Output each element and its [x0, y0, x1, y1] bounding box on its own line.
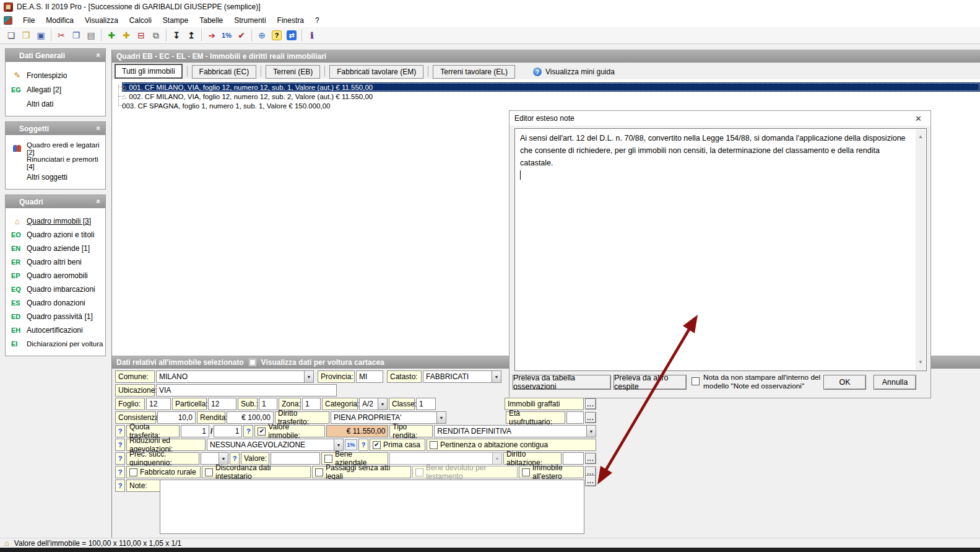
scroll-down-icon[interactable]: ▼	[916, 356, 926, 369]
annulla-button[interactable]: Annulla	[874, 375, 916, 390]
valore-field[interactable]	[271, 452, 320, 465]
panel-header-quadri[interactable]: Quadri «	[6, 195, 105, 208]
tab-tutti-gli-immobili[interactable]: Tutti gli immobili	[115, 64, 183, 79]
tab-fabbricati-tavolare-em[interactable]: Fabbricati tavolare (EM)	[329, 65, 423, 79]
export-pdf-icon[interactable]: ➔	[204, 28, 219, 42]
prec-succ-select[interactable]: ▼	[201, 452, 228, 465]
help-bubble-button[interactable]: ?	[115, 480, 125, 492]
voltura-cartacea-checkbox[interactable]	[249, 359, 256, 366]
help-bubble-button[interactable]: ?	[230, 452, 240, 465]
tab-terreni-tavolare-el[interactable]: Terreni tavolare (EL)	[433, 65, 515, 79]
help-bubble-button[interactable]: ?	[358, 439, 368, 451]
help-bubble-button[interactable]: ?	[115, 452, 125, 465]
immobile-estero-checkbox[interactable]	[522, 468, 530, 476]
sidebar-item-autocertificazioni[interactable]: EH Autocertificazioni	[6, 323, 105, 337]
sidebar-item-quadro-donazioni[interactable]: ES Quadro donazioni	[6, 296, 105, 310]
menu-strumenti[interactable]: Strumenti	[228, 15, 271, 26]
help-bubble-button[interactable]: ?	[115, 425, 125, 437]
diritto-abitazione-ellipsis-button[interactable]: ...	[585, 453, 596, 464]
percent-calc-icon[interactable]: 1%	[345, 439, 357, 450]
chevron-down-icon[interactable]: ▼	[219, 452, 228, 465]
help-icon[interactable]: ?	[269, 28, 284, 42]
nota-non-stampare-checkbox[interactable]	[692, 377, 700, 385]
tab-fabbricati-ec[interactable]: Fabbricati (EC)	[192, 65, 257, 79]
panel-header-dati-generali[interactable]: Dati Generali «	[6, 49, 105, 62]
panel-header-soggetti[interactable]: Soggetti «	[6, 122, 105, 135]
chevron-down-icon[interactable]: ▼	[334, 439, 344, 451]
menu-help[interactable]: ?	[310, 15, 325, 26]
mini-guida-link[interactable]: ? Visualizza mini guida	[533, 68, 615, 76]
passaggi-checkbox[interactable]	[315, 468, 323, 476]
valore-immobile-checkbox[interactable]	[258, 427, 266, 436]
help-bubble-button[interactable]: ?	[243, 425, 253, 437]
collapse-chevron-icon[interactable]: «	[95, 199, 103, 204]
bene-aziendale-checkbox[interactable]	[324, 455, 332, 463]
web-globe-icon[interactable]: ⊕	[254, 28, 269, 42]
immobili-graffati-ellipsis-button[interactable]: ...	[585, 398, 596, 410]
zona-field[interactable]: 1	[302, 398, 321, 410]
sidebar-item-altri-soggetti[interactable]: Altri soggetti	[6, 170, 105, 184]
pertinenza-checkbox[interactable]	[430, 441, 438, 449]
cut-icon[interactable]: ✂	[54, 28, 69, 42]
note-editor-textarea[interactable]: Ai sensi dell'art. 12 del D.L. n. 70/88,…	[514, 128, 927, 371]
copy-pages-icon[interactable]: ⧉	[149, 28, 163, 42]
chevron-down-icon[interactable]: ▼	[378, 398, 388, 410]
paste-icon[interactable]: ▤	[84, 28, 98, 42]
collapse-chevron-icon[interactable]: «	[95, 126, 103, 131]
sidebar-item-rinunciatari[interactable]: Rinunciatari e premorti [4]	[6, 156, 105, 170]
catasto-select[interactable]: FABBRICATI ▼	[423, 370, 501, 383]
add-item-yellow-icon[interactable]: ✚	[119, 28, 134, 42]
remote-support-icon[interactable]: ⇄	[284, 28, 299, 42]
menu-stampe[interactable]: Stampe	[157, 15, 194, 26]
sidebar-item-quadro-imbarcazioni[interactable]: EQ Quadro imbarcazioni	[6, 283, 105, 296]
scroll-up-icon[interactable]: ▲	[916, 131, 926, 143]
chevron-down-icon[interactable]: ▼	[436, 411, 446, 424]
menu-modifica[interactable]: Modifica	[40, 15, 79, 26]
chevron-down-icon[interactable]: ▼	[304, 370, 314, 383]
list-item-immobile-002[interactable]: ⌂ 002. CF MILANO, VIA, foglio 12, numero…	[122, 92, 980, 101]
diritto-trasferito-select[interactable]: PIENA PROPRIETA' ▼	[331, 411, 446, 424]
verify-check-icon[interactable]: ✔	[234, 28, 249, 42]
categoria-select[interactable]: A/2 ▼	[359, 398, 388, 410]
save-icon[interactable]: ▣	[33, 28, 48, 42]
close-icon[interactable]: ✕	[911, 114, 926, 123]
chevron-down-icon[interactable]: ▼	[492, 370, 501, 383]
remove-item-icon[interactable]: ⊟	[134, 28, 149, 42]
foglio-field[interactable]: 12	[146, 398, 171, 410]
quota-denominatore-field[interactable]: 1	[214, 425, 242, 437]
chevron-down-icon[interactable]: ▼	[586, 425, 596, 437]
fabbricato-rurale-checkbox[interactable]	[129, 468, 137, 476]
diritto-abitazione-field[interactable]	[563, 452, 584, 465]
menu-calcoli[interactable]: Calcoli	[124, 15, 157, 26]
riduzioni-select[interactable]: NESSUNA AGEVOLAZIONE ▼	[207, 439, 344, 451]
sidebar-item-altri-dati[interactable]: Altri dati	[6, 97, 105, 111]
rendita-field[interactable]: € 100,00	[227, 411, 274, 424]
consistenza-field[interactable]: 10,0	[157, 411, 196, 424]
sidebar-item-quadro-passivita[interactable]: ED Quadro passività [1]	[6, 310, 105, 323]
add-item-green-icon[interactable]: ✚	[104, 28, 119, 42]
sidebar-item-dichiarazioni-voltura[interactable]: EI Dichiarazioni per voltura	[6, 337, 105, 351]
open-folder-icon[interactable]: ❒	[19, 28, 33, 42]
menu-file[interactable]: File	[17, 15, 40, 26]
particella-field[interactable]: 12	[208, 398, 236, 410]
eta-usufruttuario-field[interactable]	[566, 411, 584, 424]
sidebar-item-quadro-immobili[interactable]: ⌂ Quadro immobili [3]	[6, 214, 105, 228]
eta-usufruttuario-ellipsis-button[interactable]: ...	[585, 412, 596, 423]
tab-terreni-eb[interactable]: Terreni (EB)	[266, 65, 320, 79]
discordanza-checkbox[interactable]	[205, 468, 213, 476]
sidebar-item-eredi-legatari[interactable]: Quadro eredi e legatari [2]	[6, 141, 105, 156]
export-up-icon[interactable]: ↥	[184, 28, 199, 42]
sidebar-item-frontespizio[interactable]: ✎ Frontespizio	[6, 68, 105, 82]
sidebar-item-quadro-aziende[interactable]: EN Quadro aziende [1]	[6, 242, 105, 255]
classe-field[interactable]: 1	[416, 398, 436, 410]
new-file-icon[interactable]: ❏	[4, 28, 19, 42]
list-item-immobile-001[interactable]: ⌂ 001. CF MILANO, VIA, foglio 12, numero…	[122, 82, 980, 92]
sidebar-item-quadro-aeromobili[interactable]: EP Quadro aeromobili	[6, 269, 105, 283]
list-item-immobile-003[interactable]: 003. CF SPAGNA, foglio 1, numero 1, sub.…	[122, 101, 980, 110]
menu-visualizza[interactable]: Visualizza	[79, 15, 124, 26]
collapse-chevron-icon[interactable]: «	[95, 53, 103, 58]
note-textarea[interactable]	[160, 480, 584, 534]
valore-immobile-field[interactable]: € 11.550,00	[326, 425, 388, 437]
note-ellipsis-button[interactable]: ...	[585, 475, 596, 486]
sub-field[interactable]: 1	[259, 398, 277, 410]
